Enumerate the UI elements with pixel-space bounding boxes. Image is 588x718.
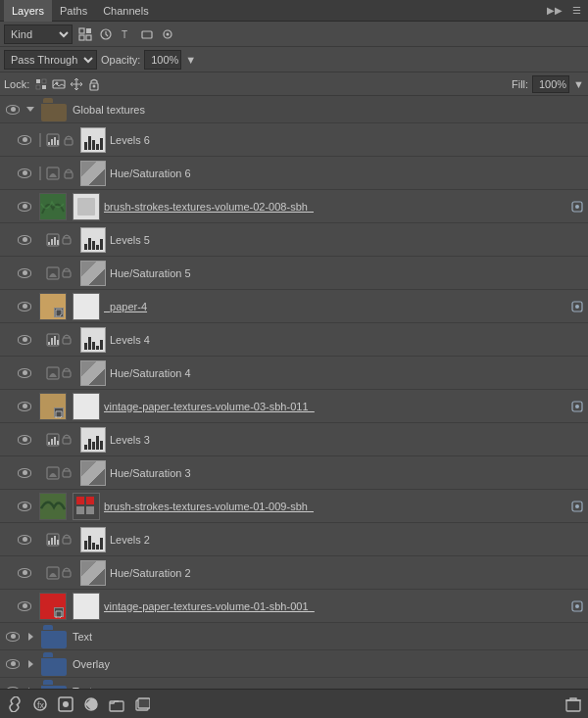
layer-huesat-4[interactable]: Hue/Saturation 4 [0, 357, 588, 390]
layer-huesat-2[interactable]: Hue/Saturation 2 [0, 556, 588, 590]
svg-text:fx: fx [37, 700, 45, 710]
level-thumbnail [80, 427, 106, 453]
filter-type-icon[interactable]: T [118, 25, 135, 43]
layer-huesat-5[interactable]: Hue/Saturation 5 [0, 257, 588, 290]
kind-select[interactable]: Kind [4, 24, 73, 44]
new-group-icon[interactable] [106, 694, 127, 715]
level-thumbnail [80, 227, 106, 253]
layer-vintage-03-011[interactable]: vintage-paper-textures-volume-03-sbh-011… [0, 390, 588, 423]
tab-channels[interactable]: Channels [95, 0, 156, 22]
layer-vintage-01-001[interactable]: vintage-paper-textures-volume-01-sbh-001… [0, 590, 588, 623]
layer-name-vintage-01-001: vintage-paper-textures-volume-01-sbh-001… [104, 600, 568, 612]
lock-position-icon[interactable] [69, 76, 84, 92]
chain-col [35, 133, 45, 147]
visibility-toggle[interactable] [2, 659, 24, 669]
layer-levels-4[interactable]: Levels 4 [0, 323, 588, 357]
filter-pixel-icon[interactable] [76, 25, 94, 43]
svg-rect-2 [79, 35, 84, 40]
lock-transparent-icon[interactable] [33, 76, 49, 92]
new-adjustment-icon[interactable] [80, 694, 102, 715]
layer-levels-5[interactable]: Levels 5 [0, 223, 588, 257]
visibility-toggle[interactable] [14, 368, 35, 378]
link-layers-icon[interactable] [4, 694, 25, 715]
layer-levels-2[interactable]: Levels 2 [0, 523, 588, 556]
fill-input[interactable] [532, 75, 569, 93]
layers-panel: Global textures [0, 96, 588, 689]
visibility-toggle[interactable] [14, 601, 35, 611]
layer-brush-01-009[interactable]: brush-strokes-textures-volume-01-009-sbh… [0, 490, 588, 523]
svg-rect-66 [76, 506, 84, 514]
vintage-thumbnail-1 [39, 393, 67, 420]
filter-adjust-icon[interactable] [97, 25, 115, 43]
visibility-toggle[interactable] [2, 105, 24, 115]
filter-shape-icon[interactable] [138, 25, 156, 43]
visibility-toggle[interactable] [14, 168, 35, 178]
svg-rect-26 [65, 172, 73, 178]
tab-layers[interactable]: Layers [4, 0, 52, 22]
layer-huesat-6[interactable]: Hue/Saturation 6 [0, 157, 588, 190]
svg-rect-21 [54, 137, 56, 145]
svg-rect-48 [63, 338, 71, 344]
brush-thumbnail-1 [39, 493, 67, 520]
lock-all-icon[interactable] [86, 76, 102, 92]
tab-paths[interactable]: Paths [52, 0, 95, 22]
opacity-input[interactable] [144, 50, 181, 70]
hue-thumbnail [80, 261, 106, 286]
visibility-toggle[interactable] [2, 632, 24, 642]
visibility-toggle[interactable] [14, 302, 35, 311]
svg-rect-10 [42, 79, 46, 83]
panel-menu-icon[interactable]: ☰ [569, 4, 584, 17]
svg-rect-12 [42, 85, 46, 89]
layer-name-overlay: Overlay [73, 658, 586, 670]
delete-layer-icon[interactable] [563, 694, 584, 715]
layer-style-icon[interactable]: fx [29, 694, 51, 715]
layer-overlay-group[interactable]: Overlay [0, 650, 588, 678]
panel-expand-icon[interactable]: ▶▶ [544, 4, 565, 17]
layer-text-group-1[interactable]: Text [0, 623, 588, 650]
svg-rect-33 [48, 242, 50, 245]
filter-smart-icon[interactable] [159, 25, 176, 43]
new-layer-icon[interactable] [131, 694, 153, 715]
layer-name-global-textures: Global textures [73, 104, 586, 116]
visibility-toggle[interactable] [14, 402, 35, 411]
visibility-toggle[interactable] [14, 502, 35, 511]
opacity-label: Opacity: [101, 54, 140, 66]
visibility-toggle[interactable] [14, 535, 35, 545]
layer-name-brush-01-009: brush-strokes-textures-volume-01-009-sbh… [104, 501, 568, 512]
smart-object-icon [568, 300, 586, 313]
visibility-toggle[interactable] [14, 468, 35, 478]
visibility-toggle[interactable] [14, 435, 35, 445]
blend-mode-select[interactable]: Pass Through [4, 50, 97, 70]
svg-rect-72 [51, 538, 53, 545]
svg-rect-58 [57, 441, 59, 445]
layer-name-levels-3: Levels 3 [110, 434, 586, 446]
fill-arrow[interactable]: ▼ [573, 78, 584, 90]
visibility-toggle[interactable] [14, 268, 35, 278]
add-mask-icon[interactable] [55, 694, 76, 715]
visibility-toggle[interactable] [2, 687, 24, 690]
layer-levels-3[interactable]: Levels 3 [0, 423, 588, 456]
smart-object-icon [568, 400, 586, 413]
layer-name-text-1: Text [73, 631, 586, 643]
layer-paper-4[interactable]: _paper-4 [0, 290, 588, 323]
layer-huesat-3[interactable]: Hue/Saturation 3 [0, 456, 588, 490]
layer-levels-6[interactable]: Levels 6 [0, 123, 588, 157]
layer-brush-02-008[interactable]: brush-strokes-textures-volume-02-008-sbh… [0, 190, 588, 223]
visibility-toggle[interactable] [14, 202, 35, 212]
visibility-toggle[interactable] [14, 335, 35, 345]
svg-rect-45 [51, 338, 53, 345]
lock-col [61, 134, 76, 146]
visibility-toggle[interactable] [14, 235, 35, 245]
lock-image-icon[interactable] [51, 76, 67, 92]
brush-thumbnail-2 [73, 493, 100, 520]
layer-text-group-2[interactable]: Text [0, 678, 588, 689]
visibility-toggle[interactable] [14, 568, 35, 578]
layer-global-textures[interactable]: Global textures [0, 96, 588, 123]
hue-thumbnail [80, 161, 106, 186]
hue-thumbnail [80, 460, 106, 486]
fill-label: Fill: [512, 78, 528, 90]
visibility-toggle[interactable] [14, 135, 35, 145]
opacity-arrow[interactable]: ▼ [185, 54, 196, 66]
svg-rect-46 [54, 336, 56, 345]
hue-thumbnail [80, 360, 106, 386]
